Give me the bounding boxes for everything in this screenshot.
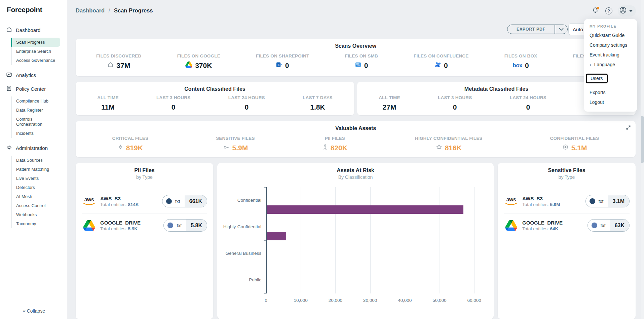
content-classified-title: Content Classified Files <box>76 86 354 92</box>
stat-number: 0 <box>172 103 176 111</box>
stat-label: LAST 24 HOURS <box>228 95 265 100</box>
stat-number: 0 <box>364 62 368 70</box>
stat-label: ALL TIME <box>97 95 119 100</box>
list-item-aws-s3: aws AWS_S3 Total entities: 5.9M txt 3.1M <box>498 189 636 213</box>
menu-header: MY PROFILE <box>590 24 632 28</box>
assets-at-risk-title: Assets At Risk <box>217 167 494 173</box>
account-menu: MY PROFILE Quickstart Guide Company sett… <box>584 19 637 112</box>
sidebar-item-ai-mesh[interactable]: AI Mesh <box>12 192 60 201</box>
legend-chip-txt[interactable]: txt 3.1M <box>585 195 630 207</box>
stat-files-discovered: FILES DISCOVERED 37M <box>96 53 141 70</box>
content-classified-card: Content Classified Files ALL TIME 11M LA… <box>76 82 354 115</box>
sidebar-item-pattern-matching[interactable]: Pattern Matching <box>12 165 60 174</box>
sidebar-section-dashboard[interactable]: Dashboard <box>0 23 67 37</box>
total-entities-label: Total entities: <box>522 202 549 207</box>
menu-item-quickstart-guide[interactable]: Quickstart Guide <box>590 33 632 38</box>
stat-value: 5.1M <box>562 144 587 152</box>
sidebar-section-administration[interactable]: Administration <box>0 141 67 155</box>
sidebar-item-data-register[interactable]: Data Register <box>12 106 60 115</box>
expand-icon[interactable] <box>626 125 631 131</box>
stat-label: FILES DISCOVERED <box>96 53 141 58</box>
sidebar-section-policy-center[interactable]: Policy Center <box>0 82 67 96</box>
account-menu-button[interactable] <box>618 5 636 16</box>
aws-icon: aws <box>504 197 519 206</box>
sidebar-item-access-governance[interactable]: Access Governance <box>12 56 60 65</box>
export-pdf-button[interactable]: EXPORT PDF <box>507 25 568 34</box>
source-name: GOOGLE_DRIVE <box>100 220 141 226</box>
menu-item-company-settings[interactable]: Company settings <box>590 42 632 48</box>
stat-value: box 0 <box>513 62 529 70</box>
gridline <box>370 187 371 293</box>
gridline <box>335 187 336 293</box>
sidebar-item-detectors[interactable]: Detectors <box>12 183 60 192</box>
forcepoint-logo: Forcepoint <box>0 0 67 14</box>
stat-number: 27M <box>383 103 396 111</box>
file-type-tag: txt <box>601 223 606 228</box>
stat-label: SENSITIVE FILES <box>216 136 255 141</box>
sidebar-item-live-events[interactable]: Live Events <box>12 174 60 183</box>
legend-chip-txt[interactable]: txt 5.8K <box>163 219 207 232</box>
stat-files-on-box: FILES ON BOX box 0 <box>504 53 537 70</box>
stat-highly-confidential-files: HIGHLY CONFIDENTIAL FILES 816K <box>415 136 483 152</box>
policy-subnav: Compliance Hub Data Register Controls Or… <box>11 96 67 138</box>
x-tick-label: 20,000 <box>329 298 342 303</box>
total-entities-label: Total entities: <box>522 226 549 231</box>
key-icon <box>223 144 230 152</box>
sidebar-item-scan-progress[interactable]: Scan Progress <box>12 38 60 47</box>
sidebar-section-analytics[interactable]: Analytics <box>0 68 67 82</box>
export-dropdown-button[interactable] <box>555 25 567 34</box>
valuable-assets-title: Valuable Assets <box>76 125 636 131</box>
export-pdf-label: EXPORT PDF <box>507 25 555 34</box>
legend-chip-txt[interactable]: txt 661K <box>162 195 207 207</box>
stat-value: 37M <box>107 62 130 70</box>
stat-number: 0 <box>285 62 289 70</box>
stat-label: FILES ON GOOGLE <box>177 53 220 58</box>
stat-number: 0 <box>244 103 249 111</box>
source-info: AWS_S3 Total entities: 814K <box>100 196 139 207</box>
breadcrumb-dashboard[interactable]: Dashboard <box>76 7 105 13</box>
source-info: AWS_S3 Total entities: 5.9M <box>522 196 560 207</box>
pii-files-panel: PII Files by Type aws AWS_S3 Total entit… <box>76 163 213 319</box>
sidebar-item-access-control[interactable]: Access Control <box>12 201 60 210</box>
notifications-button[interactable] <box>591 7 600 15</box>
google-drive-icon <box>504 220 519 231</box>
legend-chip-txt[interactable]: txt 63K <box>588 219 630 232</box>
stat-label: CONFIDENTIAL FILES <box>550 136 599 141</box>
topbar-icons: ? <box>591 5 636 16</box>
stat-value: 0 <box>434 62 448 70</box>
sidebar-item-compliance-hub[interactable]: Compliance Hub <box>12 96 60 106</box>
menu-item-logout[interactable]: Logout <box>590 99 632 105</box>
collapse-sidebar-button[interactable]: « Collapse <box>23 308 45 314</box>
stat-value: 5.9M <box>223 144 248 152</box>
x-tick-label: 0 <box>265 298 267 303</box>
stat-label: CRITICAL FILES <box>112 136 149 141</box>
series-dot <box>592 223 597 228</box>
file-type-count: 63K <box>610 220 629 231</box>
stat-last-3-hours: LAST 3 HOURS 0 <box>156 95 190 111</box>
home-icon <box>107 62 114 70</box>
sidebar-item-enterprise-search[interactable]: Enterprise Search <box>12 47 60 56</box>
sidebar-item-controls-orchestration[interactable]: Controls Orchestration <box>12 115 60 129</box>
menu-item-exports[interactable]: Exports <box>590 90 632 95</box>
users-highlight-box: Users <box>586 74 608 83</box>
sensitive-files-panel: Sensitive Files by Type aws AWS_S3 Total… <box>498 163 636 319</box>
target-icon <box>562 144 569 152</box>
stat-value: 370K <box>185 62 212 70</box>
sidebar-item-taxonomy[interactable]: Taxonomy <box>12 219 60 228</box>
stat-label: LAST 3 HOURS <box>156 95 190 100</box>
scrollbar-thumb[interactable] <box>641 116 644 163</box>
menu-item-users[interactable]: Users <box>591 76 603 81</box>
sidebar-item-data-sources[interactable]: Data Sources <box>12 156 60 165</box>
file-type-tag: txt <box>599 199 604 204</box>
sidebar-item-webhooks[interactable]: Webhooks <box>12 210 60 219</box>
box-icon: box <box>513 62 522 69</box>
help-button[interactable]: ? <box>604 7 613 15</box>
sidebar-item-incidents[interactable]: Incidents <box>12 129 60 138</box>
assets-chart-plot: 010,00020,00030,00040,00050,00060,000Con… <box>266 187 485 293</box>
total-entities-label: Total entities: <box>100 226 127 231</box>
stat-label: LAST 3 HOURS <box>438 95 472 100</box>
scrollbar-track <box>641 0 644 319</box>
stat-last-24-hours: LAST 24 HOURS 0 <box>510 95 546 111</box>
menu-item-language[interactable]: ‹Language <box>590 62 632 67</box>
menu-item-event-tracking[interactable]: Event tracking <box>590 52 632 57</box>
